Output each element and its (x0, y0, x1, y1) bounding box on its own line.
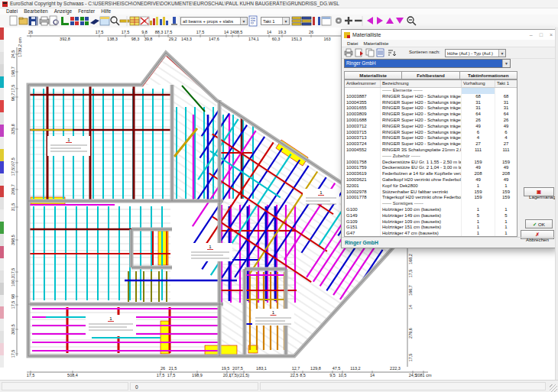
table-row[interactable]: 10003712RINGER Super H20 - Schalungs trä… (345, 124, 517, 130)
sort-icon[interactable] (388, 50, 396, 56)
menu-datei[interactable]: Datei (6, 8, 18, 15)
table-yellow-icon[interactable] (130, 17, 139, 25)
print-preview-icon[interactable] (50, 16, 58, 25)
dialog-menu-materialliste[interactable]: Materialliste (363, 40, 388, 47)
palette-color[interactable] (0, 234, 4, 246)
palette-color[interactable] (0, 64, 4, 76)
chart-bars-icon[interactable] (150, 17, 158, 25)
palette-color[interactable] (0, 186, 4, 198)
tab-fehlbestand[interactable]: Fehlbestand (402, 71, 459, 79)
company-combo[interactable]: Ringer GmbH ▼ (344, 59, 511, 68)
table-row[interactable]: G100Holzträger 100 cm (bauseits)11 (345, 207, 517, 213)
copy-icon[interactable] (366, 49, 374, 57)
palette-color[interactable] (0, 355, 4, 368)
table-row[interactable]: 10001688RINGER Super H20 - Schalungs trä… (345, 118, 517, 124)
palette-color[interactable] (0, 209, 4, 222)
palette-color[interactable] (0, 149, 4, 161)
takt-combo[interactable]: Takt 1 ▼ (261, 17, 290, 25)
palette-color[interactable] (0, 125, 4, 137)
zoom-in-plus-icon[interactable] (345, 17, 352, 24)
pan-down-icon[interactable] (396, 18, 404, 24)
palette-color[interactable] (0, 40, 4, 52)
yellow-beam-icon[interactable] (120, 20, 129, 22)
chart-props-icon[interactable] (160, 17, 168, 25)
wall-tool-icon[interactable] (61, 17, 69, 25)
palette-color[interactable] (0, 343, 4, 355)
col-bezeichnung[interactable]: Bezeichnung (381, 80, 462, 87)
palette-color[interactable] (0, 173, 4, 186)
save-icon[interactable] (29, 17, 37, 25)
table-row[interactable]: 10002978Stützenhalter EU faltbar verzink… (345, 190, 517, 196)
table-row[interactable]: 10003713RINGER Super H20 - Schalungs trä… (345, 135, 517, 141)
zoom-all-icon[interactable] (407, 17, 416, 25)
palette-color[interactable] (0, 28, 4, 40)
palette-color[interactable] (0, 258, 4, 271)
palette-color[interactable] (0, 100, 4, 112)
palette-color[interactable] (0, 52, 4, 64)
chevron-down-icon[interactable]: ▼ (502, 60, 510, 67)
table-row[interactable]: 32001Kopf für Dek280011 (345, 183, 517, 190)
dialog-window-icon[interactable] (322, 17, 331, 25)
palette-color[interactable] (0, 76, 4, 89)
lagermanager-button[interactable]: ▣ Lagermanager (524, 187, 554, 196)
report-icon[interactable] (249, 16, 257, 26)
section-row[interactable]: ------ Sonstiges ------ (345, 201, 517, 207)
new-file-icon[interactable] (10, 16, 17, 25)
close-icon[interactable]: × (550, 30, 553, 40)
table-row[interactable]: 10001759Deckenstütze EU Gr. 2 1,04 - 3,0… (345, 165, 517, 171)
open-folder-icon[interactable] (19, 18, 28, 24)
menu-bearbeiten[interactable]: Bearbeiten (24, 8, 47, 15)
print-icon[interactable] (40, 17, 49, 25)
slab-icon[interactable] (90, 19, 99, 24)
menu-fenster[interactable]: Fenster (78, 8, 95, 15)
palette-color[interactable] (0, 306, 4, 319)
table-row[interactable]: 10003887RINGER Super H20 - Schalungs trä… (345, 94, 517, 100)
props-icon[interactable] (313, 17, 320, 25)
chevron-down-icon[interactable]: ▼ (240, 18, 247, 24)
tab-materialliste[interactable]: Materialliste (344, 71, 402, 79)
palette-color[interactable] (0, 246, 4, 258)
chevron-down-icon[interactable]: ▼ (282, 18, 289, 24)
col-artikelnummer[interactable]: Artikelnummer (345, 80, 381, 87)
pan-right-icon[interactable] (377, 17, 383, 24)
list-icon[interactable] (377, 49, 384, 57)
palette-color[interactable] (0, 319, 4, 331)
col-takt1[interactable]: Takt 1 (495, 80, 517, 87)
panel-grid-red-icon[interactable] (70, 17, 79, 25)
dialog-title-bar[interactable]: Materialliste – □ × (342, 30, 555, 40)
minimize-icon[interactable]: – (530, 30, 533, 40)
table-row[interactable]: 10004552RINGER 3S Schalungsplatte 21mm 2… (345, 147, 517, 154)
sort-combo[interactable]: Höhe (Auf.) - Typ (Auf.) ▼ (445, 49, 506, 57)
pan-up-icon[interactable] (386, 18, 394, 24)
ok-button[interactable]: ✓ OK (525, 219, 553, 228)
palette-color[interactable] (0, 271, 4, 283)
table-row[interactable]: 10001778Trägerkopf H20 verzinkt ohne Fed… (345, 195, 517, 201)
menu-anzeige[interactable]: Anzeige (54, 8, 73, 15)
palette-color[interactable] (0, 283, 4, 295)
table-row[interactable]: 10004355RINGER Super H20 - Schalungs trä… (345, 100, 517, 106)
chevron-down-icon[interactable]: ▼ (498, 50, 505, 57)
palette-color[interactable] (0, 331, 4, 343)
beams-yellow-icon[interactable] (292, 17, 301, 25)
maximize-icon[interactable]: □ (540, 30, 543, 40)
table-row[interactable]: G109Holzträger 109 cm (bauseits)11 (345, 219, 517, 225)
palette-color[interactable] (0, 112, 4, 125)
beams-blue-icon[interactable] (302, 17, 311, 25)
color-palette-strip[interactable] (0, 28, 4, 368)
palette-color[interactable] (0, 295, 4, 307)
print-icon[interactable] (345, 49, 352, 57)
col-vorhaltung[interactable]: Vorhaltung (462, 80, 495, 87)
window-icon[interactable] (100, 17, 109, 25)
palette-color[interactable] (0, 161, 4, 173)
table-row[interactable]: 10003724RINGER Super H20 - Schalungs trä… (345, 141, 517, 147)
export-icon[interactable] (355, 49, 363, 57)
column-icon[interactable] (171, 17, 177, 25)
dialog-menu-datei[interactable]: Datei (347, 40, 358, 47)
panel-grid-green-icon[interactable] (80, 17, 89, 25)
palette-color[interactable] (0, 197, 4, 209)
palette-color[interactable] (0, 137, 4, 149)
table-row[interactable]: 10003809RINGER Super H20 - Schalungs trä… (345, 112, 517, 118)
tab-taktinformationen[interactable]: Taktinformationen (460, 71, 517, 79)
resize-grip[interactable] (550, 384, 557, 392)
table-row[interactable]: G47Holzträger 47 cm (bauseits)11 (345, 231, 517, 237)
